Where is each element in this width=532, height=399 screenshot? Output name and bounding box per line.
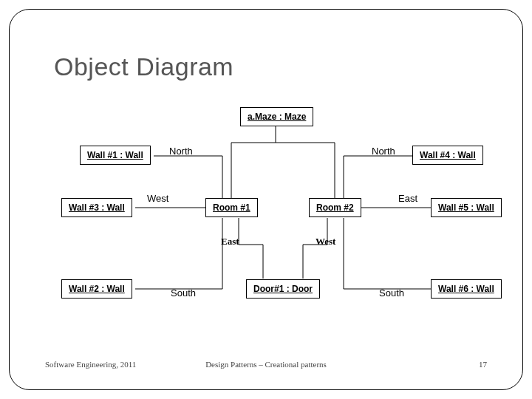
label-north2: North — [372, 146, 395, 157]
object-wall6: Wall #6 : Wall — [431, 279, 502, 299]
label-west1: West — [147, 193, 168, 204]
label-south2: South — [379, 287, 404, 299]
slide-frame: Object Diagram — [9, 9, 523, 390]
label-west-serif: West — [316, 236, 335, 248]
object-wall2: Wall #2 : Wall — [61, 279, 132, 299]
object-door1: Door#1 : Door — [246, 279, 320, 299]
label-east2: East — [398, 193, 417, 204]
object-wall3: Wall #3 : Wall — [61, 198, 132, 217]
object-wall4: Wall #4 : Wall — [412, 146, 483, 165]
object-maze: a.Maze : Maze — [240, 107, 313, 126]
label-east-serif: East — [221, 236, 239, 248]
object-room1: Room #1 — [205, 198, 258, 217]
footer-center: Design Patterns – Creational patterns — [10, 360, 522, 369]
footer-page-number: 17 — [479, 360, 487, 369]
object-wall5: Wall #5 : Wall — [431, 198, 502, 217]
label-north1: North — [169, 146, 193, 157]
object-room2: Room #2 — [309, 198, 361, 217]
page-title: Object Diagram — [54, 52, 233, 81]
object-wall1: Wall #1 : Wall — [80, 146, 151, 165]
object-diagram: a.Maze : Maze Wall #1 : Wall Wall #4 : W… — [39, 98, 512, 335]
label-south1: South — [171, 287, 196, 299]
